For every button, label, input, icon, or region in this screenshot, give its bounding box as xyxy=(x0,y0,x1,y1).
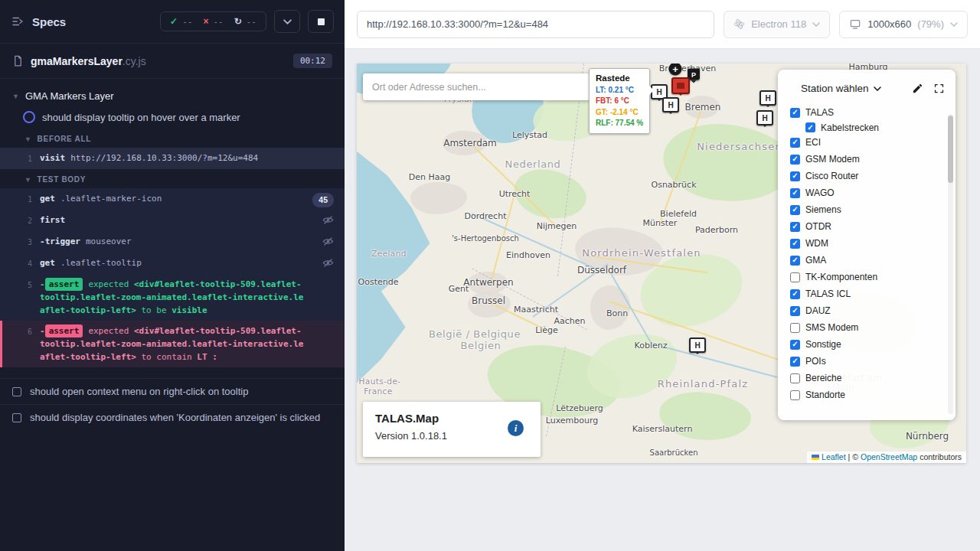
map-marker-plus[interactable]: + xyxy=(669,64,682,76)
pending-test-row[interactable]: should display coordinates when 'Koordin… xyxy=(0,404,345,430)
leaflet-link[interactable]: Leaflet xyxy=(822,452,846,461)
h-glyph: H xyxy=(765,94,770,103)
hidden-eye-icon xyxy=(322,258,334,272)
specs-list-icon[interactable] xyxy=(11,15,24,28)
station-item-siemens[interactable]: ✓Siemens xyxy=(790,201,956,218)
map-marker-h[interactable]: H xyxy=(756,110,773,126)
map-label: Nürnberg xyxy=(906,431,949,442)
hidden-eye-icon xyxy=(322,236,334,250)
checkbox[interactable]: ✓ xyxy=(790,155,800,165)
station-item-label: TK-Komponenten xyxy=(805,272,877,282)
search-input[interactable] xyxy=(363,73,590,100)
station-item-tk-komponenten[interactable]: TK-Komponenten xyxy=(790,269,956,285)
collapse-all-button[interactable] xyxy=(274,10,300,33)
station-item-sms-modem[interactable]: SMS Modem xyxy=(790,319,956,336)
pencil-icon[interactable] xyxy=(912,83,923,94)
active-test-row[interactable]: should display tooltip on hover over a m… xyxy=(0,107,345,129)
station-item-talas-icl[interactable]: ✓TALAS ICL xyxy=(790,285,956,302)
station-item-talas[interactable]: ✓TALAS xyxy=(790,104,956,121)
map-marker-h[interactable]: H xyxy=(689,337,706,353)
station-item-sonstige[interactable]: ✓Sonstige xyxy=(790,336,956,353)
command-number: 3 xyxy=(0,235,40,249)
command-row-get[interactable]: 1get.leaflet-marker-icon45 xyxy=(0,188,345,210)
command-row-get[interactable]: 4get.leaflet-tooltip xyxy=(0,253,345,274)
command-content: -assertexpected <div#leaflet-tooltip-509… xyxy=(40,278,334,317)
map-marker-h[interactable]: H xyxy=(662,97,679,112)
command-row-trigger[interactable]: 3-triggermouseover xyxy=(0,231,345,253)
leaflet-map[interactable]: BremerhavenHamburgFryslânBremenLelystadA… xyxy=(357,64,966,463)
map-marker-red[interactable] xyxy=(671,77,690,94)
url-input[interactable] xyxy=(357,11,714,38)
checkbox[interactable]: ✓ xyxy=(790,138,800,148)
station-item-pois[interactable]: ✓POIs xyxy=(790,353,956,370)
station-item-wdm[interactable]: ✓WDM xyxy=(790,235,956,252)
stat-failed[interactable]: ×-- xyxy=(203,16,223,27)
station-item-cisco-router[interactable]: ✓Cisco Router xyxy=(790,168,956,184)
checkbox[interactable]: ✓ xyxy=(790,357,800,367)
h-glyph: H xyxy=(694,341,700,350)
pending-tests: should open context menu on right-click … xyxy=(0,378,345,430)
scrollbar-thumb[interactable] xyxy=(948,116,953,183)
map-label: Lëtzebuerg xyxy=(556,403,603,413)
checkbox[interactable]: ✓ xyxy=(790,188,800,198)
checkbox[interactable]: ✓ xyxy=(790,256,800,266)
aut-header: Electron 118 1000x660 (79%) xyxy=(345,0,980,49)
station-item-bereiche[interactable]: Bereiche xyxy=(790,370,956,386)
command-row-first[interactable]: 2first xyxy=(0,210,345,231)
spec-file-row[interactable]: gmaMarkersLayer.cy.js 00:12 xyxy=(0,44,345,79)
browser-select[interactable]: Electron 118 xyxy=(724,11,830,38)
checkbox[interactable] xyxy=(790,373,800,383)
stop-tests-button[interactable] xyxy=(308,10,334,33)
chevron-down-icon[interactable] xyxy=(874,86,881,91)
checkbox[interactable]: ✓ xyxy=(790,306,800,316)
station-item-otdr[interactable]: ✓OTDR xyxy=(790,218,956,235)
stat-pending[interactable]: ↻-- xyxy=(234,16,256,27)
checkbox[interactable]: ✓ xyxy=(805,122,815,132)
checkbox[interactable]: ✓ xyxy=(790,205,800,215)
map-label: Rheinland-Pfalz xyxy=(658,378,749,390)
viewport-select[interactable]: 1000x660 (79%) xyxy=(839,11,968,38)
station-item-dauz[interactable]: ✓DAUZ xyxy=(790,302,956,319)
checkbox[interactable]: ✓ xyxy=(790,289,800,299)
osm-link[interactable]: OpenStreetMap xyxy=(861,452,917,461)
checkbox[interactable]: ✓ xyxy=(790,222,800,232)
checkbox[interactable]: ✓ xyxy=(790,108,800,118)
spec-timer: 00:12 xyxy=(293,54,332,68)
stat-value: -- xyxy=(213,17,223,27)
map-label: Antwerpen xyxy=(463,277,513,288)
station-item-label: POIs xyxy=(805,356,826,367)
checkbox[interactable]: ✓ xyxy=(790,340,800,350)
panel-scrollbar[interactable] xyxy=(948,114,953,414)
command-number: 1 xyxy=(0,192,40,206)
suite-row[interactable]: ▼ GMA Markers Layer xyxy=(0,85,345,107)
station-item-standorte[interactable]: Standorte xyxy=(790,386,956,403)
test-stats-group: ✓--×--↻-- xyxy=(160,11,266,31)
station-item-wago[interactable]: ✓WAGO xyxy=(790,184,956,201)
checkbox[interactable] xyxy=(790,272,800,282)
red-marker-inner xyxy=(677,83,684,89)
station-item-gma[interactable]: ✓GMA xyxy=(790,252,956,269)
checkbox[interactable]: ✓ xyxy=(790,239,800,249)
info-icon[interactable]: i xyxy=(508,420,524,436)
command-row-assert[interactable]: 6-assertexpected <div#leaflet-tooltip-50… xyxy=(0,321,345,367)
station-select[interactable]: Station wählen xyxy=(801,83,869,94)
checkbox[interactable] xyxy=(790,323,800,333)
station-item-gsm-modem[interactable]: ✓GSM Modem xyxy=(790,151,956,168)
station-item-kabelstrecken[interactable]: ✓Kabelstrecken xyxy=(805,121,956,134)
stat-passed[interactable]: ✓-- xyxy=(170,16,192,27)
command-row-assert[interactable]: 5-assertexpected <div#leaflet-tooltip-50… xyxy=(0,274,345,321)
map-label: Osnabrück xyxy=(652,180,697,190)
map-marker-h[interactable]: H xyxy=(760,90,776,106)
test-body-section-header[interactable]: ▼ TEST BODY xyxy=(0,169,345,188)
forest-patch xyxy=(657,388,753,445)
command-number: 5 xyxy=(0,278,40,317)
command-row-visit[interactable]: 1visithttp://192.168.10.33:3000/?m=12&u=… xyxy=(0,148,345,169)
checkbox[interactable] xyxy=(790,390,800,400)
map-label: Bremen xyxy=(685,102,721,112)
checkbox[interactable]: ✓ xyxy=(790,171,800,181)
before-all-section-header[interactable]: ▼ BEFORE ALL xyxy=(0,129,345,148)
pending-test-row[interactable]: should open context menu on right-click … xyxy=(0,378,345,404)
reporter-header: Specs ✓--×--↻-- xyxy=(0,0,345,44)
expand-icon[interactable] xyxy=(933,83,945,94)
station-item-eci[interactable]: ✓ECI xyxy=(790,134,956,151)
